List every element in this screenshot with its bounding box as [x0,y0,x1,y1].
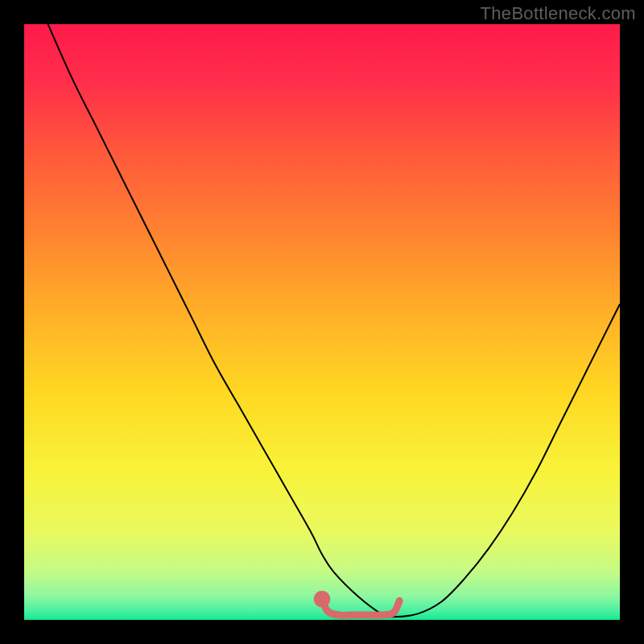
watermark-text: TheBottleneck.com [481,3,636,24]
plot-area [24,24,620,620]
chart-frame: TheBottleneck.com [0,0,644,644]
chart-svg [24,24,620,620]
marker-start-dot [314,591,331,608]
gradient-background [24,24,620,620]
